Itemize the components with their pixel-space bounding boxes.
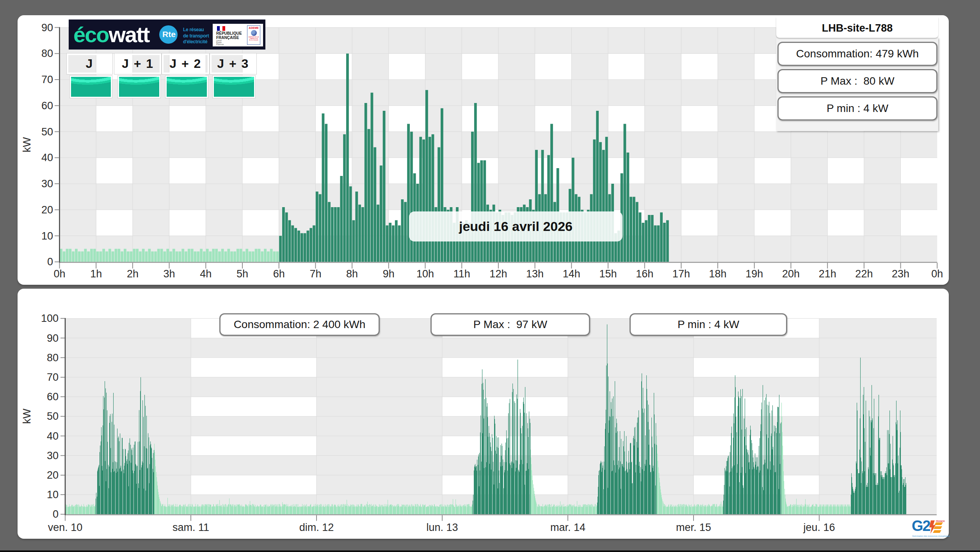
- svg-text:22h: 22h: [855, 268, 873, 280]
- svg-text:FRANCE: FRANCE: [936, 520, 945, 522]
- svg-text:sam. 11: sam. 11: [173, 522, 209, 533]
- svg-text:20: 20: [41, 204, 53, 216]
- svg-text:60: 60: [41, 100, 53, 112]
- svg-text:10: 10: [41, 230, 53, 242]
- svg-text:12h: 12h: [489, 268, 507, 280]
- svg-text:jeu. 16: jeu. 16: [803, 522, 835, 533]
- svg-text:4h: 4h: [200, 268, 212, 280]
- svg-text:40: 40: [41, 152, 53, 163]
- svg-text:1h: 1h: [90, 268, 102, 280]
- svg-text:50: 50: [47, 410, 59, 422]
- svg-text:16h: 16h: [636, 268, 653, 280]
- svg-text:2h: 2h: [127, 268, 139, 280]
- svg-text:6h: 6h: [273, 268, 285, 280]
- svg-text:70: 70: [47, 371, 59, 383]
- svg-text:10h: 10h: [416, 268, 434, 280]
- svg-text:dim. 12: dim. 12: [299, 522, 334, 533]
- svg-text:20: 20: [47, 469, 59, 481]
- svg-text:lun. 13: lun. 13: [426, 522, 458, 533]
- svg-text:0h: 0h: [931, 268, 943, 280]
- svg-text:21h: 21h: [819, 268, 836, 280]
- svg-text:14h: 14h: [563, 268, 580, 280]
- svg-text:mar. 14: mar. 14: [550, 522, 585, 533]
- svg-text:10: 10: [47, 489, 59, 501]
- svg-text:20h: 20h: [782, 268, 800, 280]
- svg-text:40: 40: [47, 430, 59, 442]
- svg-text:18h: 18h: [709, 268, 727, 280]
- svg-text:13h: 13h: [526, 268, 544, 280]
- svg-text:9h: 9h: [383, 268, 395, 280]
- svg-text:kW: kW: [21, 408, 33, 424]
- svg-text:5h: 5h: [237, 268, 248, 280]
- svg-text:100: 100: [41, 312, 59, 324]
- svg-text:7h: 7h: [309, 268, 321, 280]
- svg-text:8h: 8h: [346, 268, 358, 280]
- svg-text:15h: 15h: [599, 268, 617, 280]
- svg-text:23h: 23h: [892, 268, 909, 280]
- svg-text:30: 30: [47, 450, 59, 461]
- svg-text:90: 90: [47, 332, 59, 344]
- svg-text:17h: 17h: [672, 268, 690, 280]
- svg-text:60: 60: [47, 391, 59, 403]
- svg-text:11h: 11h: [454, 268, 470, 280]
- svg-text:0: 0: [53, 508, 59, 520]
- svg-text:80: 80: [41, 48, 53, 59]
- svg-text:0: 0: [47, 256, 53, 268]
- svg-text:30: 30: [41, 178, 53, 190]
- svg-text:80: 80: [47, 352, 59, 364]
- svg-text:19h: 19h: [745, 268, 763, 280]
- svg-text:mer. 15: mer. 15: [676, 522, 711, 533]
- svg-text:kW: kW: [21, 137, 33, 153]
- svg-text:70: 70: [41, 74, 53, 85]
- svg-text:ven. 10: ven. 10: [48, 522, 83, 533]
- svg-text:50: 50: [41, 126, 53, 138]
- svg-text:90: 90: [41, 22, 53, 34]
- svg-text:3h: 3h: [164, 268, 175, 280]
- svg-text:0h: 0h: [53, 268, 65, 280]
